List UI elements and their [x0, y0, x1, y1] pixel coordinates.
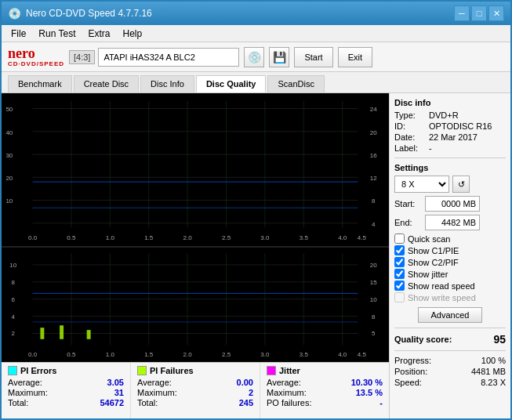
quick-scan-row: Quick scan	[394, 234, 506, 244]
title-bar-left: 💿 Nero CD-DVD Speed 4.7.7.16	[8, 7, 152, 20]
show-write-speed-label: Show write speed	[408, 293, 476, 302]
show-read-speed-checkbox[interactable]	[394, 281, 405, 291]
title-bar-controls: ─ □ ✕	[454, 5, 504, 21]
pi-errors-total-row: Total: 54672	[8, 398, 124, 407]
svg-rect-54	[87, 330, 91, 339]
jitter-max-value: 13.5 %	[356, 388, 383, 397]
disc-date-value: 22 Mar 2017	[429, 132, 478, 142]
svg-text:0.0: 0.0	[28, 234, 38, 241]
disc-date-label: Date:	[394, 132, 426, 142]
speed-info-label: Speed:	[394, 378, 422, 387]
refresh-button[interactable]: ↺	[452, 176, 470, 193]
svg-text:4: 4	[12, 313, 16, 320]
tab-create-disc[interactable]: Create Disc	[74, 75, 139, 92]
speed-info-value: 8.23 X	[481, 378, 506, 387]
pi-errors-avg-value: 3.05	[107, 378, 124, 387]
pi-failures-avg-label: Average:	[137, 378, 172, 387]
show-write-speed-row: Show write speed	[394, 292, 506, 302]
pi-failures-max-row: Maximum: 2	[137, 388, 253, 397]
show-c2pif-checkbox[interactable]	[394, 257, 405, 267]
bottom-chart: 10 8 6 4 2 20 15 10 8 5 0.0 0.5 1.0 1.5	[2, 246, 389, 362]
pi-errors-header: PI Errors	[8, 366, 124, 375]
po-row: PO failures: -	[267, 398, 383, 407]
pi-failures-total-row: Total: 245	[137, 398, 253, 407]
maximize-button[interactable]: □	[471, 5, 487, 21]
quick-scan-checkbox[interactable]	[394, 234, 405, 244]
svg-text:6: 6	[12, 296, 16, 303]
jitter-max-label: Maximum:	[267, 388, 307, 397]
pi-errors-max-label: Maximum:	[8, 388, 48, 397]
show-c1pie-row: Show C1/PIE	[394, 245, 506, 255]
toolbar: nero CD·DVD/SPEED [4:3] ATAPI iHAS324 A …	[2, 42, 510, 72]
svg-rect-53	[60, 325, 64, 339]
svg-text:8: 8	[12, 279, 16, 286]
pi-failures-title: PI Failures	[150, 366, 194, 375]
menu-help[interactable]: Help	[117, 27, 149, 41]
quality-value: 95	[493, 333, 506, 346]
menu-extra[interactable]: Extra	[82, 27, 116, 41]
nero-logo: nero CD·DVD/SPEED	[8, 46, 64, 68]
show-jitter-row: Show jitter	[394, 269, 506, 279]
svg-text:16: 16	[370, 152, 377, 159]
disc-id-label: ID:	[394, 121, 426, 131]
pi-failures-header: PI Failures	[137, 366, 253, 375]
tab-disc-info[interactable]: Disc Info	[140, 75, 194, 92]
svg-text:0.5: 0.5	[67, 234, 76, 241]
app-title: Nero CD-DVD Speed 4.7.7.16	[26, 8, 152, 19]
svg-text:2: 2	[12, 330, 16, 337]
svg-text:5: 5	[372, 330, 376, 337]
exit-button[interactable]: Exit	[338, 47, 372, 67]
svg-text:3.0: 3.0	[260, 351, 270, 358]
pi-errors-total-value: 54672	[100, 398, 124, 407]
end-input[interactable]	[425, 215, 480, 230]
menu-run-test[interactable]: Run Test	[32, 27, 82, 41]
svg-text:0.0: 0.0	[28, 351, 38, 358]
svg-text:20: 20	[370, 129, 377, 136]
tab-benchmark[interactable]: Benchmark	[8, 75, 72, 92]
show-c1pie-checkbox[interactable]	[394, 245, 405, 255]
pi-failures-group: PI Failures Average: 0.00 Maximum: 2 Tot…	[131, 363, 260, 418]
speed-dropdown[interactable]: 8 X 4 X 12 X 16 X Max	[394, 176, 449, 193]
svg-text:1.0: 1.0	[106, 351, 115, 358]
disc-label-value: -	[429, 143, 432, 153]
svg-text:4.5: 4.5	[358, 234, 367, 241]
start-button[interactable]: Start	[294, 47, 332, 67]
show-jitter-checkbox[interactable]	[394, 269, 405, 279]
svg-rect-52	[40, 328, 44, 339]
menu-file[interactable]: File	[5, 27, 32, 41]
tab-scan-disc[interactable]: ScanDisc	[267, 75, 324, 92]
minimize-button[interactable]: ─	[454, 5, 470, 21]
pi-errors-group: PI Errors Average: 3.05 Maximum: 31 Tota…	[2, 363, 131, 418]
divider-2	[394, 328, 506, 328]
start-mb-row: Start:	[394, 196, 506, 212]
start-input[interactable]	[425, 196, 480, 212]
advanced-button[interactable]: Advanced	[418, 307, 483, 323]
svg-text:20: 20	[5, 175, 13, 182]
pi-failures-avg-row: Average: 0.00	[137, 378, 253, 387]
svg-text:0.5: 0.5	[67, 351, 76, 358]
disc-icon-button[interactable]: 💿	[244, 47, 264, 67]
pi-errors-title: PI Errors	[20, 366, 56, 375]
svg-text:3.0: 3.0	[260, 234, 270, 241]
progress-row: Progress: 100 %	[394, 356, 506, 365]
quick-scan-label: Quick scan	[408, 234, 450, 244]
show-read-speed-row: Show read speed	[394, 281, 506, 291]
svg-text:10: 10	[9, 262, 16, 269]
svg-text:10: 10	[5, 197, 13, 205]
show-write-speed-checkbox[interactable]	[394, 292, 405, 302]
svg-text:40: 40	[5, 129, 13, 136]
svg-text:20: 20	[370, 262, 377, 269]
disc-label-label: Label:	[394, 143, 426, 153]
po-value: -	[379, 398, 383, 407]
charts-column: 50 40 30 20 10 24 20 16 12 8 4 0.0 0.5 1…	[2, 93, 389, 418]
save-button[interactable]: 💾	[269, 47, 289, 67]
disc-type-row: Type: DVD+R	[394, 110, 506, 120]
tab-disc-quality[interactable]: Disc Quality	[196, 75, 267, 92]
drive-dropdown[interactable]: ATAPI iHAS324 A BLC2	[98, 48, 239, 67]
start-label: Start:	[394, 199, 422, 208]
svg-text:2.5: 2.5	[222, 234, 231, 241]
svg-text:15: 15	[370, 279, 377, 286]
close-button[interactable]: ✕	[488, 5, 504, 21]
settings-title: Settings	[394, 163, 506, 172]
divider-1	[394, 158, 506, 158]
